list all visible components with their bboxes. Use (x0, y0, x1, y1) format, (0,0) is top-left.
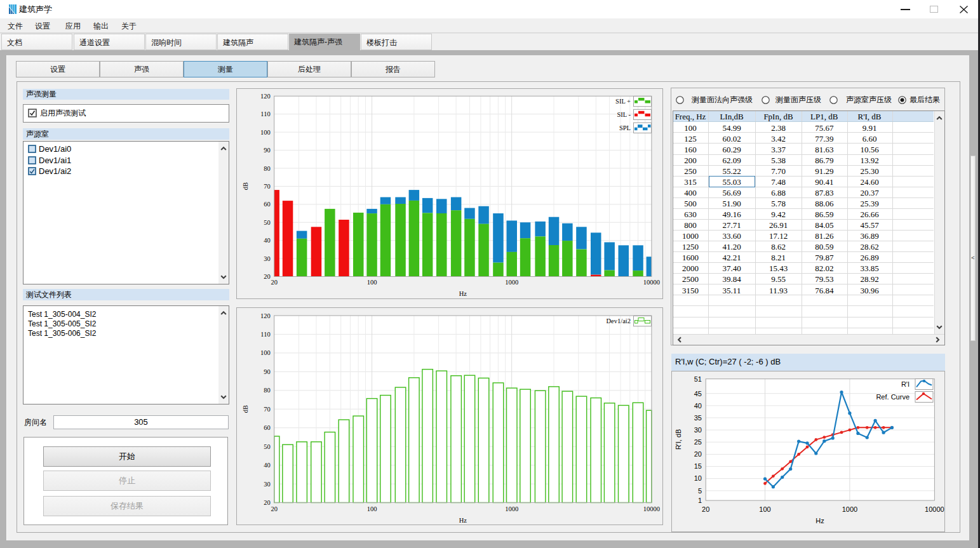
svg-text:R'I, dB: R'I, dB (675, 429, 682, 450)
svg-text:100: 100 (367, 279, 377, 286)
svg-text:100: 100 (367, 505, 377, 512)
svg-text:40: 40 (264, 237, 271, 244)
svg-text:25: 25 (694, 438, 702, 446)
svg-text:60: 60 (264, 201, 271, 208)
svg-text:80: 80 (264, 387, 271, 394)
svg-text:15: 15 (694, 462, 702, 470)
svg-text:1000: 1000 (505, 279, 518, 286)
svg-text:1000: 1000 (842, 505, 857, 513)
svg-text:10000: 10000 (643, 505, 660, 512)
svg-text:35: 35 (694, 414, 702, 422)
svg-text:SIL +: SIL + (615, 98, 631, 105)
svg-text:10000: 10000 (925, 505, 944, 513)
svg-text:10000: 10000 (643, 279, 660, 286)
svg-text:45: 45 (694, 390, 702, 398)
svg-text:40: 40 (264, 462, 271, 469)
svg-text:60: 60 (264, 424, 271, 431)
svg-text:1: 1 (698, 497, 702, 504)
svg-text:50: 50 (264, 443, 271, 450)
svg-text:100: 100 (260, 349, 271, 356)
svg-text:120: 120 (260, 312, 271, 319)
svg-text:20: 20 (271, 279, 278, 286)
svg-text:90: 90 (264, 368, 271, 375)
svg-text:20: 20 (264, 499, 271, 506)
svg-text:1000: 1000 (505, 505, 518, 512)
svg-text:5: 5 (698, 487, 702, 495)
svg-text:dB: dB (242, 182, 249, 190)
svg-text:51: 51 (694, 375, 702, 383)
svg-text:30: 30 (264, 481, 271, 488)
svg-text:20: 20 (694, 450, 702, 458)
svg-text:110: 110 (260, 110, 270, 117)
svg-text:20: 20 (271, 505, 278, 512)
svg-text:SIL -: SIL - (617, 111, 631, 118)
svg-text:Dev1/ai2: Dev1/ai2 (607, 317, 631, 324)
svg-text:R'I: R'I (901, 380, 910, 388)
svg-text:100: 100 (260, 129, 271, 136)
svg-text:70: 70 (264, 406, 271, 413)
svg-text:30: 30 (264, 255, 271, 262)
svg-text:10: 10 (694, 474, 702, 482)
svg-text:100: 100 (759, 505, 770, 513)
svg-text:Hz: Hz (459, 517, 467, 524)
svg-text:40: 40 (694, 402, 702, 410)
svg-text:120: 120 (260, 93, 271, 100)
svg-text:50: 50 (264, 219, 271, 226)
svg-text:20: 20 (702, 505, 709, 513)
svg-text:Hz: Hz (459, 290, 467, 297)
svg-text:90: 90 (264, 147, 271, 154)
svg-text:Ref. Curve: Ref. Curve (876, 393, 910, 401)
svg-text:Hz: Hz (816, 517, 824, 525)
svg-text:70: 70 (264, 183, 271, 190)
svg-text:30: 30 (694, 426, 702, 434)
svg-text:20: 20 (264, 273, 271, 280)
svg-text:110: 110 (260, 331, 270, 338)
svg-text:dB: dB (242, 405, 249, 413)
svg-text:80: 80 (264, 165, 271, 172)
svg-text:SPL: SPL (619, 124, 631, 131)
